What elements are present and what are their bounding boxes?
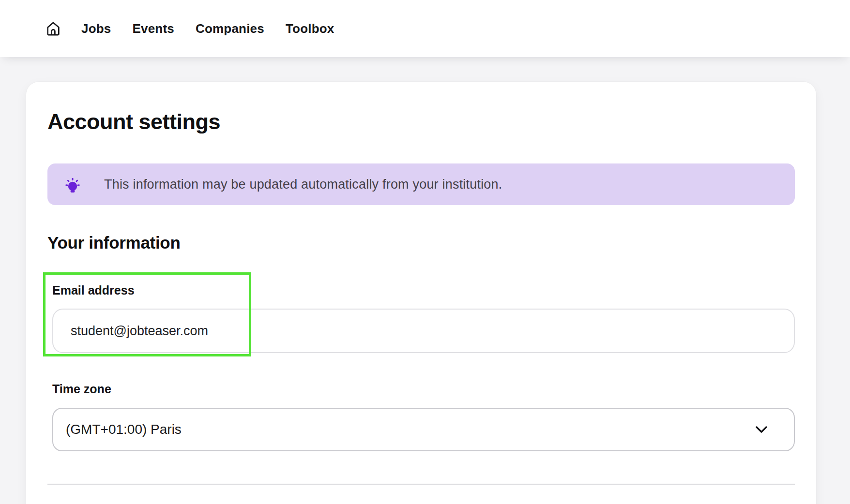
top-navigation: Jobs Events Companies Toolbox: [0, 0, 850, 57]
section-divider: [47, 484, 795, 485]
home-icon: [45, 20, 61, 37]
page-title: Account settings: [47, 109, 795, 134]
account-settings-card: Account settings This information may be…: [26, 81, 817, 504]
info-banner: This information may be updated automati…: [47, 163, 795, 205]
main-nav: Jobs Events Companies Toolbox: [81, 21, 334, 36]
info-banner-text: This information may be updated automati…: [104, 177, 502, 192]
email-field-group: Email address: [52, 283, 795, 353]
timezone-field-group: Time zone (GMT+01:00) Paris: [52, 382, 795, 451]
timezone-select[interactable]: (GMT+01:00) Paris: [52, 408, 795, 451]
timezone-label: Time zone: [52, 382, 795, 396]
nav-item-companies[interactable]: Companies: [196, 21, 264, 36]
nav-item-jobs[interactable]: Jobs: [81, 21, 111, 36]
chevron-down-icon: [753, 425, 770, 434]
nav-item-events[interactable]: Events: [132, 21, 174, 36]
email-input[interactable]: [52, 309, 795, 353]
email-label: Email address: [52, 283, 795, 297]
nav-item-toolbox[interactable]: Toolbox: [286, 21, 334, 36]
home-button[interactable]: [45, 20, 62, 37]
timezone-selected-value: (GMT+01:00) Paris: [66, 422, 182, 437]
section-title: Your information: [47, 233, 795, 252]
lightbulb-icon: [63, 175, 82, 194]
